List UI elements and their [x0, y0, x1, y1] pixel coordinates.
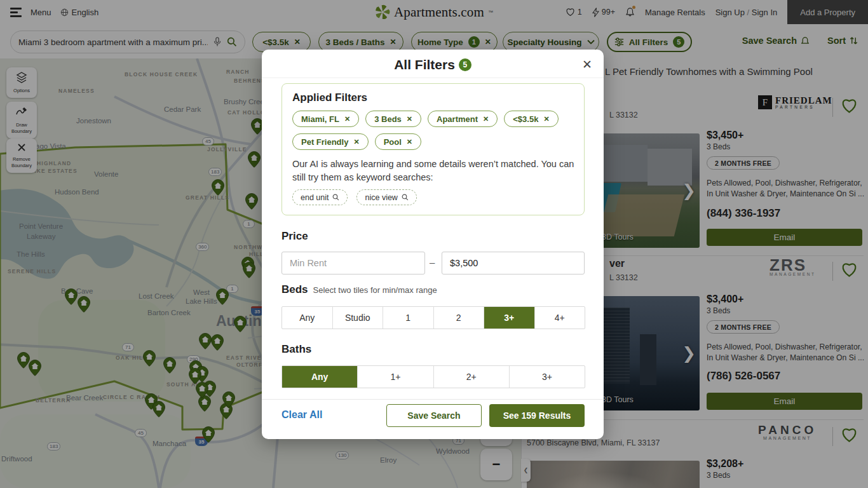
- modal-close-button[interactable]: ✕: [582, 57, 592, 72]
- price-range-dash: –: [430, 257, 435, 268]
- applied-filter-chip[interactable]: Pool✕: [375, 133, 421, 150]
- baths-tile-2[interactable]: 2+: [433, 366, 509, 388]
- beds-heading: BedsSelect two tiles for min/max range: [281, 283, 437, 296]
- price-heading: Price: [281, 230, 308, 243]
- beds-tile-4[interactable]: 4+: [534, 307, 585, 329]
- baths-tile-1[interactable]: 1+: [357, 366, 433, 388]
- filter-count-badge: 5: [459, 58, 471, 71]
- remove-chip-icon[interactable]: ✕: [407, 115, 412, 123]
- applied-filter-chips: Miami, FL✕3 Beds✕Apartment✕<$3.5k✕Pet Fr…: [292, 111, 575, 150]
- applied-filter-chip[interactable]: Miami, FL✕: [292, 111, 359, 127]
- search-icon: [332, 194, 339, 201]
- save-search-modal-button[interactable]: Save Search: [386, 404, 482, 427]
- chip-label: Pet Friendly: [301, 137, 348, 147]
- baths-tile-3[interactable]: 3+: [509, 366, 585, 388]
- beds-note: Select two tiles for min/max range: [313, 285, 437, 295]
- remove-chip-icon[interactable]: ✕: [344, 115, 350, 123]
- keyword-suggestion-chips: end unitnice view: [292, 189, 417, 205]
- beds-tile-any[interactable]: Any: [282, 307, 332, 329]
- all-filters-modal: All Filters5 ✕ Applied Filters Miami, FL…: [262, 50, 604, 439]
- baths-tile-any[interactable]: Any: [282, 366, 357, 388]
- chip-label: Apartment: [437, 114, 478, 124]
- chip-label: <$3.5k: [513, 114, 538, 124]
- baths-heading: Baths: [281, 343, 311, 356]
- beds-tiles: AnyStudio123+4+: [281, 306, 585, 329]
- modal-title: All Filters5: [262, 57, 604, 72]
- beds-tile-3[interactable]: 3+: [484, 307, 534, 329]
- see-results-button[interactable]: See 159 Results: [489, 404, 585, 427]
- beds-tile-1[interactable]: 1: [383, 307, 433, 329]
- applied-filter-chip[interactable]: Apartment✕: [428, 111, 498, 127]
- chip-label: Miami, FL: [301, 114, 339, 124]
- keyword-chip[interactable]: end unit: [292, 189, 348, 205]
- keyword-label: end unit: [301, 193, 329, 202]
- beds-tile-studio[interactable]: Studio: [332, 307, 383, 329]
- remove-chip-icon[interactable]: ✕: [407, 138, 412, 146]
- remove-chip-icon[interactable]: ✕: [543, 115, 549, 123]
- applied-filter-chip[interactable]: Pet Friendly✕: [292, 133, 369, 150]
- max-rent-input[interactable]: $3,500: [442, 252, 585, 274]
- keyword-label: nice view: [365, 193, 397, 202]
- applied-filter-chip[interactable]: 3 Beds✕: [365, 111, 421, 127]
- search-icon: [402, 194, 409, 201]
- keyword-chip[interactable]: nice view: [356, 189, 416, 205]
- min-rent-input[interactable]: Min Rent: [281, 252, 425, 274]
- clear-all-link[interactable]: Clear All: [281, 409, 322, 421]
- remove-chip-icon[interactable]: ✕: [483, 115, 489, 123]
- chip-label: Pool: [384, 137, 402, 147]
- baths-tiles: Any1+2+3+: [281, 365, 585, 388]
- applied-filter-chip[interactable]: <$3.5k✕: [504, 111, 558, 127]
- chip-label: 3 Beds: [374, 114, 402, 124]
- apartments-search-page: Menu English Apartments.com™ 1: [0, 0, 868, 488]
- applied-filters-box: Applied Filters Miami, FL✕3 Beds✕Apartme…: [281, 83, 585, 215]
- remove-chip-icon[interactable]: ✕: [353, 138, 359, 146]
- applied-filters-heading: Applied Filters: [292, 92, 367, 104]
- ai-hint-text: Our AI is always learning and some detai…: [292, 158, 578, 184]
- beds-tile-2[interactable]: 2: [433, 307, 484, 329]
